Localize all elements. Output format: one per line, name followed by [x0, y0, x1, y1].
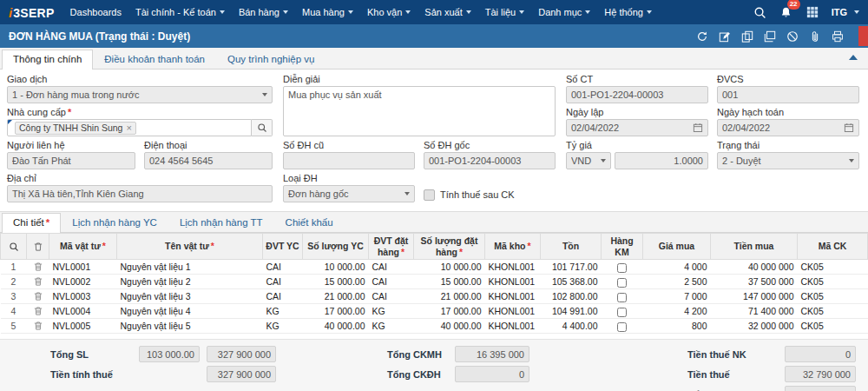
- checkbox-icon[interactable]: [424, 189, 435, 201]
- ty-gia-input[interactable]: 1.0000: [615, 152, 708, 169]
- dvcs-input[interactable]: 001: [717, 86, 859, 103]
- app-logo[interactable]: i 3SERP: [9, 5, 55, 20]
- cell-so-luong-dat-hang[interactable]: 15 000.00: [414, 275, 485, 289]
- hang-km-checkbox[interactable]: [617, 263, 627, 273]
- menu-item-ban-hang[interactable]: Bán hàng: [232, 0, 295, 24]
- cell-dvt-dat-hang[interactable]: CAI: [369, 260, 414, 275]
- cell-dvt-yc[interactable]: KG: [263, 319, 303, 334]
- cell-so-luong-dat-hang[interactable]: 40 000.00: [414, 319, 485, 334]
- cell-so-luong-dat-hang[interactable]: 21 000.00: [414, 289, 485, 304]
- cell-ton[interactable]: 104 991.00: [541, 304, 602, 319]
- delete-row-icon[interactable]: [27, 260, 49, 275]
- cell-ton[interactable]: 4 400.00: [541, 319, 602, 334]
- column-header-ma-kho[interactable]: Mã kho*: [485, 234, 541, 260]
- cell-ten-vat-tu[interactable]: Nguyên vật liệu 1: [117, 260, 263, 275]
- cell-tien-mua[interactable]: 147 000 000: [711, 289, 798, 304]
- cancel-icon[interactable]: [786, 30, 799, 43]
- dia-chi-input[interactable]: Thị Xã Hà tiên,Tỉnh Kiên Giang: [7, 185, 273, 202]
- column-header-ma-ck[interactable]: Mã CK: [798, 234, 868, 260]
- table-row[interactable]: 3NVL0003Nguyên vật liệu 3CAI21 000.00CAI…: [1, 289, 868, 304]
- cell-ma-vat-tu[interactable]: NVL0002: [49, 275, 117, 289]
- cell-tien-mua[interactable]: 40 000 000: [711, 260, 798, 275]
- cell-ma-ck[interactable]: CK05: [798, 319, 868, 334]
- column-header-tien-mua[interactable]: Tiền mua: [711, 234, 798, 260]
- cell-ma-vat-tu[interactable]: NVL0004: [49, 304, 117, 319]
- table-row[interactable]: 5NVL0005Nguyên vật liệu 5KG40 000.00KG40…: [1, 319, 868, 334]
- tab-lich-nhan-hang-yc[interactable]: Lịch nhận hàng YC: [61, 213, 168, 232]
- so-dh-goc-input[interactable]: 001-PO1-2204-00003: [424, 152, 556, 169]
- duplicate-document-icon[interactable]: [763, 30, 776, 43]
- so-dh-cu-input[interactable]: [283, 152, 415, 169]
- apps-grid-icon[interactable]: [806, 5, 819, 19]
- cell-gia-mua[interactable]: 4 200: [643, 304, 711, 319]
- ngay-hach-toan-input[interactable]: 02/04/2022: [717, 119, 859, 136]
- column-header-so-luong-dat-hang[interactable]: Số lượng đặt hàng*: [414, 234, 485, 260]
- search-icon[interactable]: [753, 5, 767, 19]
- loai-dh-select[interactable]: Đơn hàng gốc: [283, 185, 415, 202]
- cell-tien-mua[interactable]: 37 500 000: [711, 275, 798, 289]
- cell-tien-mua[interactable]: 71 400 000: [711, 304, 798, 319]
- delete-row-icon[interactable]: [27, 304, 49, 319]
- cell-hang-km[interactable]: [602, 275, 643, 289]
- cell-dvt-dat-hang[interactable]: CAI: [369, 275, 414, 289]
- cell-ten-vat-tu[interactable]: Nguyên vật liệu 2: [117, 275, 263, 289]
- dien-giai-textarea[interactable]: Mua phục vụ sản xuất: [283, 86, 556, 136]
- cell-so-luong-yc[interactable]: 10 000.00: [303, 260, 369, 275]
- cell-gia-mua[interactable]: 7 000: [643, 289, 711, 304]
- tab-dieu-khoan-thanh-toan[interactable]: Điều khoản thanh toán: [93, 50, 216, 69]
- calendar-icon[interactable]: [844, 123, 854, 133]
- cell-ma-kho[interactable]: KHONL001: [485, 260, 541, 275]
- trang-thai-select[interactable]: 2 - Duyệt: [717, 152, 859, 169]
- search-column-header[interactable]: [1, 234, 27, 260]
- cell-ma-ck[interactable]: CK05: [798, 260, 868, 275]
- tinh-thue-sau-ck-checkbox[interactable]: Tính thuế sau CK: [424, 173, 556, 202]
- user-menu[interactable]: ITG: [832, 7, 859, 17]
- cell-ma-vat-tu[interactable]: NVL0005: [49, 319, 117, 334]
- cell-so-luong-dat-hang[interactable]: 17 000.00: [414, 304, 485, 319]
- copy-icon[interactable]: [740, 30, 753, 43]
- menu-item-mua-hang[interactable]: Mua hàng: [295, 0, 360, 24]
- cell-ton[interactable]: 105 368.00: [541, 275, 602, 289]
- cell-so-luong-yc[interactable]: 17 000.00: [303, 304, 369, 319]
- menu-item-san-xuat[interactable]: Sản xuất: [418, 0, 477, 24]
- refresh-icon[interactable]: [695, 30, 708, 43]
- notifications-bell-icon[interactable]: 22: [779, 5, 793, 19]
- cell-ma-kho[interactable]: KHONL001: [485, 319, 541, 334]
- column-header-ma-vat-tu[interactable]: Mã vật tư*: [49, 234, 117, 260]
- cell-so-luong-yc[interactable]: 15 000.00: [303, 275, 369, 289]
- so-ct-input[interactable]: 001-PO1-2204-00003: [566, 86, 708, 103]
- collapse-chevron-up-icon[interactable]: [849, 55, 858, 60]
- nha-cung-cap-input[interactable]: Công ty TNHH Shin Sung ×: [7, 119, 252, 136]
- column-header-dvt-dat-hang[interactable]: ĐVT đặt hàng*: [369, 234, 414, 260]
- tab-chiet-khau[interactable]: Chiết khấu: [274, 213, 345, 232]
- cell-ma-kho[interactable]: KHONL001: [485, 304, 541, 319]
- cell-ten-vat-tu[interactable]: Nguyên vật liệu 3: [117, 289, 263, 304]
- tab-thong-tin-chinh[interactable]: Thông tin chính: [2, 50, 93, 70]
- column-header-gia-mua[interactable]: Giá mua: [643, 234, 711, 260]
- hang-km-checkbox[interactable]: [617, 308, 627, 317]
- cell-dvt-yc[interactable]: CAI: [263, 289, 303, 304]
- delete-row-icon[interactable]: [27, 289, 49, 304]
- calendar-icon[interactable]: [693, 123, 703, 133]
- cell-ma-kho[interactable]: KHONL001: [485, 275, 541, 289]
- cell-ma-ck[interactable]: CK05: [798, 275, 868, 289]
- menu-item-tai-lieu[interactable]: Tài liệu: [478, 0, 531, 24]
- cell-dvt-dat-hang[interactable]: KG: [369, 319, 414, 334]
- table-row[interactable]: 1NVL0001Nguyên vật liệu 1CAI10 000.00CAI…: [1, 260, 868, 275]
- cell-hang-km[interactable]: [602, 260, 643, 275]
- tab-chi-tiet[interactable]: Chi tiết*: [2, 213, 61, 233]
- menu-item-danh-muc[interactable]: Danh mục: [531, 0, 597, 24]
- cell-gia-mua[interactable]: 4 000: [643, 260, 711, 275]
- menu-item-kho-van[interactable]: Kho vận: [360, 0, 418, 24]
- edit-icon[interactable]: [718, 30, 731, 43]
- cell-dvt-yc[interactable]: CAI: [263, 275, 303, 289]
- cell-ma-vat-tu[interactable]: NVL0001: [49, 260, 117, 275]
- cell-dvt-dat-hang[interactable]: CAI: [369, 289, 414, 304]
- cell-ma-ck[interactable]: CK05: [798, 304, 868, 319]
- supplier-search-button[interactable]: [252, 119, 273, 136]
- dien-thoai-input[interactable]: 024 4564 5645: [144, 152, 273, 169]
- cell-hang-km[interactable]: [602, 304, 643, 319]
- hang-km-checkbox[interactable]: [617, 322, 627, 332]
- hang-km-checkbox[interactable]: [617, 278, 627, 288]
- cell-ma-ck[interactable]: CK05: [798, 289, 868, 304]
